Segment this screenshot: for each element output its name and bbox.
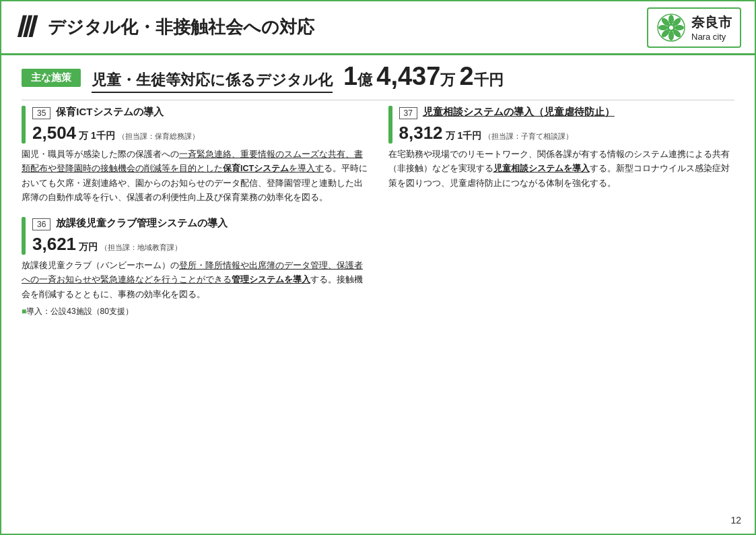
header-title: デジタル化・非接触社会への対応 (48, 15, 647, 39)
svg-point-3 (675, 25, 684, 30)
item-37-inner: 37 児童相談システムの導入（児童虐待防止） 8,312 万 1千円 （担当課：… (399, 106, 735, 144)
logo-text: 奈良市 Nara city (691, 13, 732, 42)
policy-amount-main: 4,437 (376, 62, 440, 90)
nara-city-logo-icon (656, 13, 686, 42)
item-36-inner: 36 放課後児童クラブ管理システムの導入 3,621 万円 （担当課：地域教育課… (32, 217, 368, 255)
item-37: 37 児童相談システムの導入（児童虐待防止） 8,312 万 1千円 （担当課：… (388, 106, 735, 191)
policy-title: 児童・生徒等対応に係るデジタル化 (92, 70, 333, 93)
item-36-header-bar: 36 放課後児童クラブ管理システムの導入 3,621 万円 （担当課：地域教育課… (22, 217, 368, 255)
item-37-title: 児童相談システムの導入（児童虐待防止） (423, 106, 615, 119)
item-36-description: 放課後児童クラブ（バンビーホーム）の登所・降所情報や出席簿のデータ管理、保護者へ… (22, 259, 368, 302)
item-36-unit: 万円 (79, 241, 98, 253)
item-35-amount: 2,504 万 1千円 （担当課：保育総務課） (32, 123, 368, 144)
item-37-unit: 万 (446, 130, 455, 142)
divider (22, 100, 734, 100)
item-35-header: 35 保育ICTシステムの導入 (32, 106, 368, 120)
svg-point-1 (668, 15, 674, 24)
item-37-num: 8,312 (399, 123, 443, 144)
item-37-header: 37 児童相談システムの導入（児童虐待防止） (399, 106, 735, 120)
item-35-num: 2,504 (32, 123, 76, 144)
policy-amount-prefix-unit: 億 (357, 71, 372, 88)
item-35-title: 保育ICTシステムの導入 (56, 106, 163, 119)
item-36-dept: （担当課：地域教育課） (100, 243, 182, 253)
policy-amount-prefix: 1 (343, 62, 357, 90)
policy-row: 主な施策 児童・生徒等対応に係るデジタル化 1億 4,437万 2千円 (22, 62, 734, 93)
page-number: 12 (730, 515, 741, 526)
item-35-number: 35 (32, 107, 50, 119)
header: Ⅲ デジタル化・非接触社会への対応 (1, 1, 755, 55)
header-roman: Ⅲ (15, 11, 34, 44)
policy-amount: 1億 4,437万 2千円 (343, 62, 504, 91)
logo-area: 奈良市 Nara city (647, 7, 741, 48)
item-37-dept: （担当課：子育て相談課） (484, 131, 573, 141)
item-36-amount: 3,621 万円 （担当課：地域教育課） (32, 234, 368, 255)
item-36-num: 3,621 (32, 234, 76, 255)
item-35-dept: （担当課：保育総務課） (118, 131, 199, 141)
item-36: 36 放課後児童クラブ管理システムの導入 3,621 万円 （担当課：地域教育課… (22, 217, 368, 317)
item-37-amount: 8,312 万 1千円 （担当課：子育て相談課） (399, 123, 735, 144)
item-35-unit: 万 (79, 130, 88, 142)
svg-point-5 (668, 31, 674, 40)
item-37-header-bar: 37 児童相談システムの導入（児童虐待防止） 8,312 万 1千円 （担当課：… (388, 106, 735, 144)
green-bar-35 (22, 106, 26, 144)
item-35-description: 園児・職員等が感染した際の保護者への一斉緊急連絡、重要情報のスムーズな共有、書類… (22, 148, 368, 205)
two-col-layout: 35 保育ICTシステムの導入 2,504 万 1千円 （担当課：保育総務課） (22, 106, 734, 329)
svg-point-7 (658, 25, 668, 30)
item-37-description: 在宅勤務や現場でのリモートワーク、関係各課が有する情報のシステム連携による共有（… (388, 148, 735, 191)
item-35-sub: 1千円 (91, 130, 115, 142)
main-content: 主な施策 児童・生徒等対応に係るデジタル化 1億 4,437万 2千円 (1, 55, 755, 336)
policy-amount-main-unit: 万 (440, 71, 455, 88)
policy-amount-suffix: 2 (459, 62, 473, 90)
item-36-title: 放課後児童クラブ管理システムの導入 (56, 217, 228, 230)
item-37-sub: 1千円 (458, 130, 482, 142)
item-37-number: 37 (399, 107, 417, 119)
item-35-inner: 35 保育ICTシステムの導入 2,504 万 1千円 （担当課：保育総務課） (32, 106, 368, 144)
item-35-header-bar: 35 保育ICTシステムの導入 2,504 万 1千円 （担当課：保育総務課） (22, 106, 368, 144)
col-right: 37 児童相談システムの導入（児童虐待防止） 8,312 万 1千円 （担当課：… (388, 106, 735, 329)
page-container: Ⅲ デジタル化・非接触社会への対応 (0, 0, 756, 535)
logo-kanji: 奈良市 (691, 13, 732, 32)
logo-roman: Nara city (691, 32, 726, 42)
svg-point-10 (669, 26, 673, 30)
item-35: 35 保育ICTシステムの導入 2,504 万 1千円 （担当課：保育総務課） (22, 106, 368, 205)
green-bar-36 (22, 217, 26, 255)
item-36-number: 36 (32, 218, 50, 230)
item-36-note: ■導入：公設43施設（80支援） (22, 306, 368, 317)
col-left: 35 保育ICTシステムの導入 2,504 万 1千円 （担当課：保育総務課） (22, 106, 368, 329)
item-36-header: 36 放課後児童クラブ管理システムの導入 (32, 217, 368, 231)
policy-badge: 主な施策 (22, 69, 81, 87)
green-bar-37 (388, 106, 392, 144)
policy-amount-suffix-unit: 千円 (474, 71, 504, 88)
